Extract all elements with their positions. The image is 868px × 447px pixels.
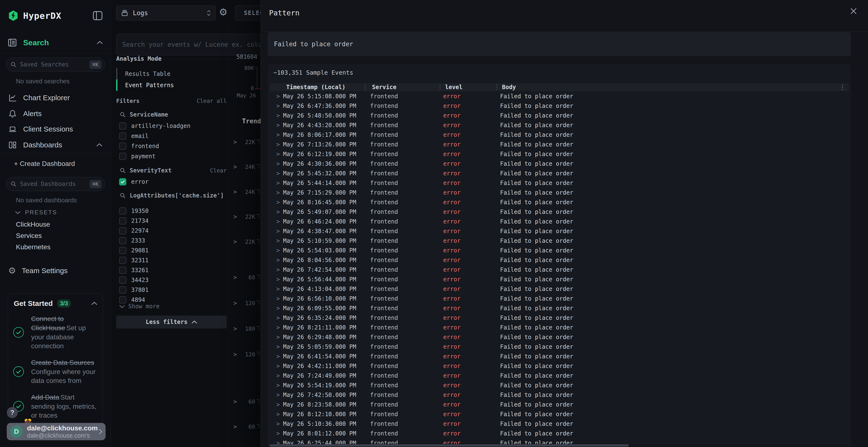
filter-option[interactable]: 37801: [119, 285, 227, 295]
checkbox-unchecked[interactable]: [119, 296, 126, 304]
event-row[interactable]: > May 26 5:54:19.000 PM frontend error F…: [268, 381, 849, 390]
event-row[interactable]: > May 26 5:45:32.000 PM frontend error F…: [268, 169, 849, 178]
checkbox-unchecked[interactable]: [119, 286, 126, 294]
expand-pattern-chevron-icon[interactable]: >: [234, 325, 237, 332]
event-row[interactable]: > May 26 7:13:26.000 PM frontend error F…: [268, 140, 849, 149]
expand-row-chevron-icon[interactable]: >: [276, 440, 280, 444]
expand-row-chevron-icon[interactable]: >: [276, 209, 280, 215]
preset-kubernetes[interactable]: Kubernetes: [16, 243, 51, 251]
expand-row-chevron-icon[interactable]: >: [276, 276, 280, 283]
team-settings-button[interactable]: ⚙ Team Settings: [8, 266, 67, 275]
collapse-sidebar-icon[interactable]: [93, 11, 102, 20]
column-resizer[interactable]: [439, 84, 440, 90]
filter-option[interactable]: 32311: [119, 255, 227, 265]
get-started-item[interactable]: Connect to ClickHouse Set up your databa…: [13, 314, 98, 350]
event-row[interactable]: > May 26 8:12:10.000 PM frontend error F…: [268, 409, 849, 419]
expand-pattern-chevron-icon[interactable]: >: [234, 188, 237, 195]
expand-row-chevron-icon[interactable]: >: [276, 247, 280, 254]
event-row[interactable]: > May 26 8:16:45.000 PM frontend error F…: [268, 198, 849, 207]
search-icon[interactable]: [120, 193, 126, 199]
chevron-up-icon[interactable]: [96, 143, 102, 147]
tab-event-patterns[interactable]: Event Patterns: [116, 79, 174, 91]
search-icon[interactable]: [120, 167, 126, 174]
close-icon[interactable]: [850, 7, 858, 15]
checkbox-unchecked[interactable]: [119, 207, 126, 215]
expand-row-chevron-icon[interactable]: >: [276, 218, 280, 225]
event-row[interactable]: > May 26 7:42:54.000 PM frontend error F…: [268, 265, 849, 275]
scrollbar-thumb[interactable]: [270, 444, 629, 447]
expand-row-chevron-icon[interactable]: >: [276, 295, 280, 302]
checkbox-unchecked[interactable]: [119, 257, 126, 264]
expand-row-chevron-icon[interactable]: >: [276, 324, 280, 331]
help-button[interactable]: ?: [7, 407, 18, 418]
event-row[interactable]: > May 26 8:06:17.000 PM frontend error F…: [268, 130, 849, 140]
filter-option[interactable]: error: [119, 177, 227, 187]
get-started-item[interactable]: Create Data Sources Configure where your…: [13, 358, 98, 385]
event-row[interactable]: > May 26 7:24:49.000 PM frontend error F…: [268, 371, 849, 381]
expand-row-chevron-icon[interactable]: >: [276, 430, 280, 437]
event-row[interactable]: > May 26 6:46:24.000 PM frontend error F…: [268, 217, 849, 227]
saved-searches-field[interactable]: [20, 61, 86, 68]
filter-option[interactable]: 19350: [119, 206, 227, 216]
event-row[interactable]: > May 26 6:09:55.000 PM frontend error F…: [268, 304, 849, 313]
expand-row-chevron-icon[interactable]: >: [276, 420, 280, 427]
checkbox-unchecked[interactable]: [119, 227, 126, 234]
event-row[interactable]: > May 26 4:38:47.000 PM frontend error F…: [268, 227, 849, 236]
clear-severity-button[interactable]: Clear: [210, 167, 227, 174]
event-row[interactable]: > May 26 6:12:19.000 PM frontend error F…: [268, 149, 849, 159]
event-row[interactable]: > May 26 7:42:50.000 PM frontend error F…: [268, 390, 849, 400]
sidebar-item-client-sessions[interactable]: Client Sessions: [0, 122, 111, 137]
expand-pattern-chevron-icon[interactable]: >: [234, 213, 237, 220]
event-row[interactable]: > May 26 5:48:50.000 PM frontend error F…: [268, 111, 849, 121]
filter-option[interactable]: email: [119, 131, 227, 141]
sidebar-item-dashboards[interactable]: Dashboards: [0, 137, 111, 153]
expand-pattern-chevron-icon[interactable]: >: [234, 398, 237, 405]
expand-pattern-chevron-icon[interactable]: >: [234, 351, 237, 358]
expand-row-chevron-icon[interactable]: >: [276, 151, 280, 158]
checkbox-unchecked[interactable]: [119, 237, 126, 244]
create-dashboard-button[interactable]: + Create Dashboard: [14, 160, 75, 168]
expand-row-chevron-icon[interactable]: >: [276, 141, 280, 148]
expand-row-chevron-icon[interactable]: >: [276, 391, 280, 398]
checkbox-unchecked[interactable]: [119, 276, 126, 284]
expand-pattern-chevron-icon[interactable]: >: [234, 423, 237, 430]
event-row[interactable]: > May 26 5:49:07.000 PM frontend error F…: [268, 207, 849, 217]
event-row[interactable]: > May 26 5:05:59.000 PM frontend error F…: [268, 342, 849, 352]
expand-row-chevron-icon[interactable]: >: [276, 228, 280, 235]
column-resizer[interactable]: [365, 84, 366, 90]
chevron-up-icon[interactable]: [91, 302, 97, 305]
event-row[interactable]: > May 26 6:35:24.000 PM frontend error F…: [268, 313, 849, 323]
sidebar-section-search[interactable]: Search: [8, 38, 103, 47]
expand-row-chevron-icon[interactable]: >: [276, 112, 280, 119]
expand-row-chevron-icon[interactable]: >: [276, 189, 280, 196]
checkbox-unchecked[interactable]: [119, 143, 126, 150]
table-options-kebab-icon[interactable]: ⋮: [839, 83, 845, 91]
expand-row-chevron-icon[interactable]: >: [276, 372, 280, 379]
event-row[interactable]: > May 26 6:47:36.000 PM frontend error F…: [268, 101, 849, 111]
filter-option[interactable]: 21734: [119, 216, 227, 226]
event-row[interactable]: > May 26 8:04:56.000 PM frontend error F…: [268, 255, 849, 265]
presets-toggle[interactable]: PRESETS: [15, 209, 57, 216]
expand-row-chevron-icon[interactable]: >: [276, 122, 280, 129]
search-icon[interactable]: [120, 111, 126, 118]
checkbox-checked[interactable]: [119, 178, 126, 185]
expand-row-chevron-icon[interactable]: >: [276, 343, 280, 350]
event-row[interactable]: > May 26 5:54:03.000 PM frontend error F…: [268, 246, 849, 255]
checkbox-unchecked[interactable]: [119, 267, 126, 274]
preset-clickhouse[interactable]: ClickHouse: [16, 220, 50, 228]
preset-services[interactable]: Services: [16, 232, 42, 240]
clear-all-button[interactable]: Clear all: [196, 98, 227, 104]
expand-row-chevron-icon[interactable]: >: [276, 334, 280, 341]
sidebar-item-alerts[interactable]: Alerts: [0, 106, 111, 122]
expand-row-chevron-icon[interactable]: >: [276, 305, 280, 312]
expand-pattern-chevron-icon[interactable]: >: [234, 300, 237, 307]
expand-pattern-chevron-icon[interactable]: >: [234, 238, 237, 245]
filter-option[interactable]: frontend: [119, 141, 227, 151]
column-header-body[interactable]: Body: [502, 83, 516, 91]
expand-row-chevron-icon[interactable]: >: [276, 314, 280, 321]
expand-row-chevron-icon[interactable]: >: [276, 238, 280, 244]
saved-dashboards-field[interactable]: [20, 181, 86, 187]
filter-option[interactable]: payment: [119, 151, 227, 161]
expand-row-chevron-icon[interactable]: >: [276, 180, 280, 186]
expand-row-chevron-icon[interactable]: >: [276, 353, 280, 360]
